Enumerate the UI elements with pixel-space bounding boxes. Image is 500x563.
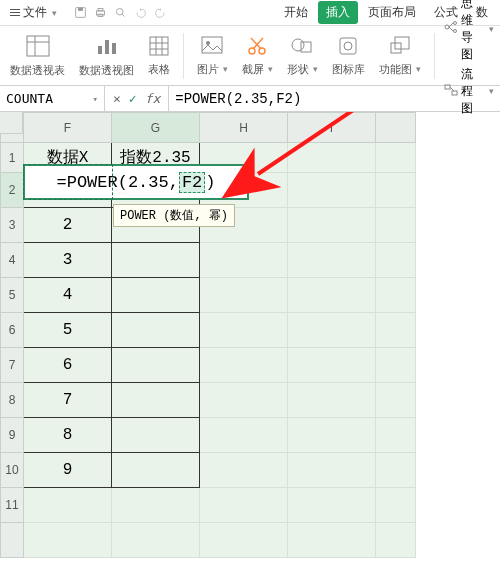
table-label: 表格 bbox=[148, 62, 170, 77]
col-header-h[interactable]: H bbox=[200, 113, 288, 143]
cell[interactable] bbox=[376, 143, 416, 173]
cell-g6[interactable] bbox=[112, 313, 200, 348]
cell[interactable] bbox=[288, 143, 376, 173]
cell-g9[interactable] bbox=[112, 418, 200, 453]
cell[interactable] bbox=[112, 488, 200, 523]
cell[interactable] bbox=[200, 418, 288, 453]
cell-f6[interactable]: 5 bbox=[24, 313, 112, 348]
cell[interactable] bbox=[288, 523, 376, 558]
cell[interactable] bbox=[376, 523, 416, 558]
icons-button[interactable]: 图标库 bbox=[328, 35, 369, 77]
active-cell-editor[interactable]: =POWER(2.35,F2) bbox=[23, 164, 249, 200]
picture-button[interactable]: 图片▾ bbox=[193, 35, 232, 77]
cell[interactable] bbox=[376, 418, 416, 453]
cell-f10[interactable]: 9 bbox=[24, 453, 112, 488]
chevron-down-icon: ▾ bbox=[416, 64, 421, 74]
cell-f5[interactable]: 4 bbox=[24, 278, 112, 313]
svg-rect-3 bbox=[98, 8, 103, 10]
row-header[interactable]: 3 bbox=[1, 208, 24, 243]
function-chart-button[interactable]: 功能图▾ bbox=[375, 35, 425, 77]
cell[interactable] bbox=[376, 243, 416, 278]
cell[interactable] bbox=[288, 278, 376, 313]
row-header[interactable]: 4 bbox=[1, 243, 24, 278]
cell[interactable] bbox=[200, 348, 288, 383]
print-icon[interactable] bbox=[93, 6, 107, 20]
cell-g8[interactable] bbox=[112, 383, 200, 418]
cell[interactable] bbox=[24, 488, 112, 523]
cell[interactable] bbox=[200, 313, 288, 348]
cell-f9[interactable]: 8 bbox=[24, 418, 112, 453]
cell[interactable] bbox=[24, 523, 112, 558]
cell[interactable] bbox=[376, 488, 416, 523]
formula-input[interactable]: =POWER(2.35,F2) bbox=[168, 86, 500, 111]
cell[interactable] bbox=[288, 243, 376, 278]
tab-page-layout[interactable]: 页面布局 bbox=[360, 1, 424, 24]
row-header[interactable]: 2 bbox=[1, 173, 24, 208]
pivot-table-button[interactable]: 数据透视表 bbox=[6, 34, 69, 78]
cell-g10[interactable] bbox=[112, 453, 200, 488]
cell[interactable] bbox=[376, 348, 416, 383]
cell-g4[interactable] bbox=[112, 243, 200, 278]
shapes-button[interactable]: 形状▾ bbox=[283, 35, 322, 77]
col-header-i[interactable]: I bbox=[288, 113, 376, 143]
cell[interactable] bbox=[200, 523, 288, 558]
cell-f3[interactable]: 2 bbox=[24, 208, 112, 243]
redo-icon[interactable] bbox=[153, 6, 167, 20]
cell[interactable] bbox=[288, 348, 376, 383]
cancel-formula-button[interactable]: × bbox=[113, 91, 121, 106]
cell[interactable] bbox=[288, 313, 376, 348]
tab-insert[interactable]: 插入 bbox=[318, 1, 358, 24]
name-box-value: COUNTA bbox=[6, 91, 53, 106]
cell[interactable] bbox=[288, 488, 376, 523]
table-button[interactable]: 表格 bbox=[144, 35, 174, 77]
row-header[interactable] bbox=[1, 523, 24, 558]
cell[interactable] bbox=[288, 173, 376, 208]
cell[interactable] bbox=[200, 243, 288, 278]
cell[interactable] bbox=[288, 383, 376, 418]
cell[interactable] bbox=[376, 383, 416, 418]
svg-point-31 bbox=[454, 22, 457, 25]
cell[interactable] bbox=[112, 523, 200, 558]
name-box[interactable]: COUNTA bbox=[0, 86, 105, 111]
cell[interactable] bbox=[376, 278, 416, 313]
ribbon-separator bbox=[183, 33, 184, 79]
cell[interactable] bbox=[376, 208, 416, 243]
cell-f8[interactable]: 7 bbox=[24, 383, 112, 418]
cell[interactable] bbox=[376, 313, 416, 348]
row-header[interactable]: 5 bbox=[1, 278, 24, 313]
screenshot-button[interactable]: 截屏▾ bbox=[238, 35, 277, 77]
cell-f4[interactable]: 3 bbox=[24, 243, 112, 278]
cell[interactable] bbox=[200, 488, 288, 523]
row-header[interactable]: 1 bbox=[1, 143, 24, 173]
mindmap-button[interactable]: 思维导图▾ bbox=[443, 0, 494, 63]
cell[interactable] bbox=[288, 418, 376, 453]
tab-home[interactable]: 开始 bbox=[276, 1, 316, 24]
col-header-blank[interactable] bbox=[376, 113, 416, 143]
select-all-corner[interactable] bbox=[0, 112, 23, 134]
cell[interactable] bbox=[288, 453, 376, 488]
cell-f7[interactable]: 6 bbox=[24, 348, 112, 383]
save-icon[interactable] bbox=[73, 6, 87, 20]
row-header[interactable]: 7 bbox=[1, 348, 24, 383]
cell[interactable] bbox=[376, 453, 416, 488]
col-header-g[interactable]: G bbox=[112, 113, 200, 143]
col-header-f[interactable]: F bbox=[24, 113, 112, 143]
cell[interactable] bbox=[200, 278, 288, 313]
fx-button[interactable]: fx bbox=[145, 91, 161, 106]
cell[interactable] bbox=[376, 173, 416, 208]
cell-g7[interactable] bbox=[112, 348, 200, 383]
preview-icon[interactable] bbox=[113, 6, 127, 20]
row-header[interactable]: 10 bbox=[1, 453, 24, 488]
row-header[interactable]: 11 bbox=[1, 488, 24, 523]
confirm-formula-button[interactable]: ✓ bbox=[129, 91, 137, 106]
row-header[interactable]: 8 bbox=[1, 383, 24, 418]
cell[interactable] bbox=[200, 453, 288, 488]
cell[interactable] bbox=[288, 208, 376, 243]
row-header[interactable]: 6 bbox=[1, 313, 24, 348]
pivot-chart-button[interactable]: 数据透视图 bbox=[75, 34, 138, 78]
file-menu[interactable]: 文件 ▾ bbox=[4, 2, 63, 23]
cell-g5[interactable] bbox=[112, 278, 200, 313]
undo-icon[interactable] bbox=[133, 6, 147, 20]
row-header[interactable]: 9 bbox=[1, 418, 24, 453]
cell[interactable] bbox=[200, 383, 288, 418]
